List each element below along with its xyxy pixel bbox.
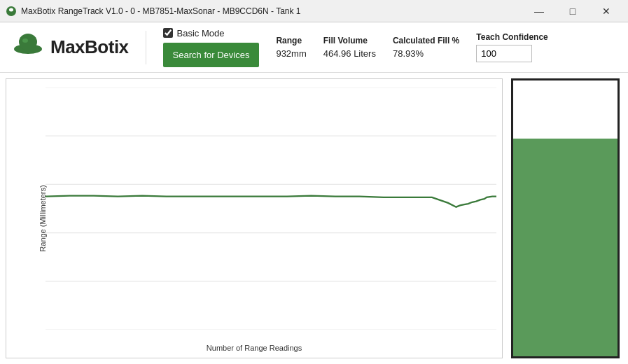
maximize-button[interactable]: □	[557, 1, 589, 21]
teach-confidence-input[interactable]	[476, 45, 532, 62]
logo-text: MaxBotix	[50, 36, 129, 58]
basic-mode-row: Basic Mode	[163, 28, 260, 38]
main-content: Range (Millimeters) 910 920 930 940 950 …	[0, 73, 628, 364]
range-metric: Range 932mm	[276, 36, 306, 59]
y-axis-label: Range (Millimeters)	[39, 185, 47, 251]
svg-point-1	[9, 8, 13, 11]
basic-mode-checkbox[interactable]	[163, 28, 173, 38]
tank-container	[511, 78, 620, 358]
title-bar-text: MaxBotix RangeTrack V1.0 - 0 - MB7851-Ma…	[21, 6, 523, 16]
range-label: Range	[276, 36, 302, 46]
svg-point-3	[19, 34, 37, 50]
minimize-button[interactable]: —	[523, 1, 555, 21]
teach-confidence-metric: Teach Confidence	[476, 32, 547, 62]
logo-icon	[11, 31, 45, 64]
x-axis-label: Number of Range Readings	[207, 344, 302, 352]
app-icon	[6, 6, 17, 17]
chart-svg: 910 920 930 940 950 5 10 15 20 25 30	[46, 88, 496, 330]
fill-volume-metric: Fill Volume 464.96 Liters	[323, 36, 376, 59]
teach-confidence-label: Teach Confidence	[476, 32, 547, 42]
title-bar-controls: — □ ✕	[523, 1, 622, 21]
chart-container: Range (Millimeters) 910 920 930 940 950 …	[6, 78, 503, 358]
logo-area: MaxBotix	[11, 31, 129, 64]
range-value: 932mm	[276, 48, 306, 59]
fill-volume-label: Fill Volume	[323, 36, 368, 46]
calc-fill-label: Calculated Fill %	[393, 36, 459, 46]
calc-fill-value: 78.93%	[393, 48, 424, 59]
svg-point-4	[22, 38, 28, 43]
close-button[interactable]: ✕	[590, 1, 622, 21]
basic-mode-label: Basic Mode	[177, 28, 225, 38]
calc-fill-metric: Calculated Fill % 78.93%	[393, 36, 459, 59]
fill-volume-value: 464.96 Liters	[323, 48, 376, 59]
tank-fill	[513, 139, 617, 356]
search-devices-button[interactable]: Search for Devices	[163, 43, 260, 67]
title-bar: MaxBotix RangeTrack V1.0 - 0 - MB7851-Ma…	[0, 0, 628, 22]
toolbar: MaxBotix Basic Mode Search for Devices R…	[0, 22, 628, 73]
toolbar-divider	[146, 31, 146, 64]
